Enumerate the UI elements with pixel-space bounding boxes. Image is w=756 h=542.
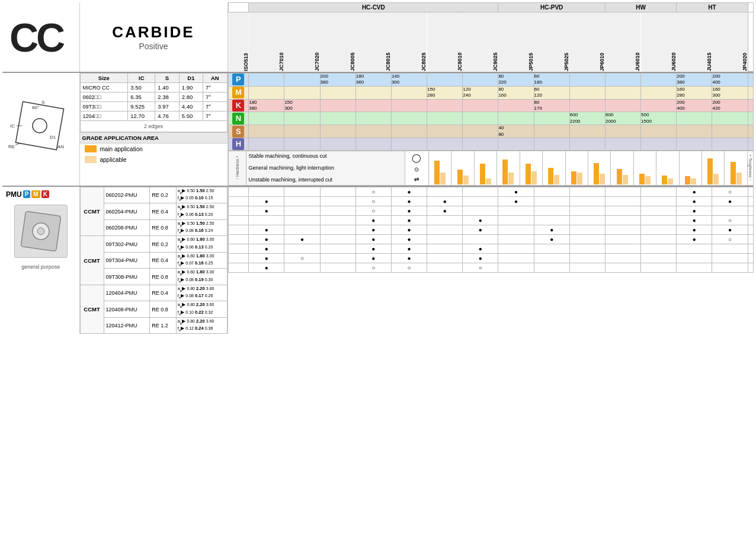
item-060202-re: RE 0.2 (150, 187, 176, 203)
item-060202-name: 060202-PMU (104, 187, 150, 203)
insert-photo (14, 205, 68, 258)
chart-jc9025 (565, 151, 588, 185)
svg-text:D1: D1 (50, 135, 56, 140)
chart-col-iso: ◯ ⊙ ⇄ (405, 151, 428, 185)
pmu-p-badge: P (23, 190, 31, 198)
chart-ju4015 (702, 151, 725, 185)
mat-row-S: S 4080 (228, 125, 754, 138)
chart-jc9010 (543, 151, 565, 185)
legend-main-text: main application (100, 146, 143, 152)
jc7020-col-header: JC7020 (284, 12, 320, 72)
mat-badge-P: P (228, 74, 249, 87)
p-jc7010 (249, 74, 284, 87)
jp6010-col-header: JP6010 (569, 12, 605, 72)
chart-jp4020 (725, 151, 748, 185)
p-jc8025: 140300 (391, 74, 427, 87)
col-an: AN (203, 74, 227, 83)
p-jp6010 (569, 74, 605, 87)
chart-jc7010 (428, 151, 451, 185)
p-ju6010 (605, 74, 640, 87)
jc9025-col-header: JC9025 (463, 12, 498, 72)
hw-group-label: HW (605, 3, 676, 12)
jc8025-col-header: JC8025 (391, 12, 427, 72)
mat-badge-M: M (228, 86, 249, 99)
cc-logo-cell: CC (2, 2, 79, 72)
legend-light-icon (85, 156, 97, 163)
general-purpose-label: general purpose (6, 264, 76, 270)
hccvd-group-label: HC-CVD (249, 3, 498, 12)
size-table-cell: Size IC S D1 AN MICRO CC 3.50 1.40 1.90 … (79, 73, 228, 186)
grade-headers-cell: HC-CVD HC-PVD HW HT ISO513 JC7010 JC7020… (228, 2, 754, 72)
hcpvd-group-label: HC-PVD (498, 3, 606, 12)
jp4020-col-header: JP4020 (712, 12, 748, 72)
ccmt-label-cell: CCMT 060202-PMU RE 0.2 ap▶ 0.50 1.50 2.5… (79, 186, 228, 334)
mat-row-P: P 200380 180360 140300 80220 60180 (228, 74, 754, 87)
jc8015-col-header: JC8015 (355, 12, 391, 72)
ht-group-label: HT (677, 3, 748, 12)
jc9010-col-header: JC9010 (427, 12, 463, 72)
positive-subtitle: Positive (86, 42, 222, 51)
chart-jp5015 (588, 151, 610, 185)
mat-badge-S: S (228, 125, 249, 138)
p-ju6020 (641, 74, 677, 87)
pmu-header: PMU P M K (6, 190, 76, 199)
cc-title: CC (9, 15, 63, 60)
size-row-microcc: MICRO CC 3.50 1.40 1.90 7° (80, 83, 227, 93)
col-size: Size (80, 74, 128, 83)
svg-text:RE: RE (8, 144, 15, 149)
legend-applicable: applicable (80, 154, 228, 165)
jp5025-col-header: JP5025 (534, 12, 569, 72)
jc7010-col-header: JC7010 (249, 12, 284, 72)
chart-ju6020 (679, 151, 701, 185)
chart-jc8015 (497, 151, 520, 185)
ju6010-col-header: JU6010 (605, 12, 640, 72)
edges-label: 2 edges (80, 121, 227, 132)
ju4015-col-header: JU4015 (677, 12, 712, 72)
chart-ju6010 (656, 151, 679, 185)
p-jc8015: 180360 (355, 74, 391, 87)
grade-matrix-cell: P 200380 180360 140300 80220 60180 (228, 73, 754, 186)
carbide-header-cell: CARBIDE Positive (79, 2, 228, 72)
dot-row-120408: ● ○ ● ● ● (228, 253, 754, 263)
page-wrapper: CC CARBIDE Positive HC-CVD HC-PVD HW HT (0, 0, 756, 336)
iso513-col-header: ISO513 (228, 12, 249, 72)
insert-diagram: IC S D1 AN RE 80° (7, 96, 72, 161)
grade-app-label: GRADE APPLICATION AREA (80, 132, 228, 144)
app-desc-row: + Hardness − Stable machining, continuou… (228, 151, 754, 185)
ccmt-1204-label: CCMT 120404-PMU RE 0.4 ap▶ 0.80 2.20 3.6… (80, 285, 227, 301)
carbide-title: CARBIDE (86, 23, 222, 42)
dot-row-09t302: ● ● ● ● ○ (228, 215, 754, 225)
mat-row-N: N 6002200 6002000 5001500 (228, 112, 754, 125)
size-row-1204: 1204□□ 12.70 4.76 5.50 7° (80, 111, 227, 121)
p-jp5025: 60180 (534, 74, 569, 87)
dot-row-060204: ● ○ ● ● ● ● ● (228, 196, 754, 206)
legend-main: main application (80, 144, 228, 154)
dot-matrix-cell: ○ ● ● ● ○ (228, 186, 754, 334)
jp5015-col-header: JP5015 (498, 12, 534, 72)
col-d1: D1 (179, 74, 203, 83)
p-jc9025 (463, 74, 498, 87)
svg-point-12 (37, 228, 44, 235)
p-jp4020: 200400 (712, 74, 748, 87)
mat-badge-N: N (228, 112, 249, 125)
svg-text:IC: IC (10, 123, 15, 129)
legend-applicable-text: applicable (100, 157, 127, 163)
svg-rect-0 (15, 101, 63, 149)
pmu-m-badge: M (31, 190, 40, 198)
legend-orange-icon (85, 145, 97, 152)
svg-text:80°: 80° (32, 105, 39, 110)
mat-row-K: K 180380 150300 80170 (228, 99, 754, 112)
svg-point-1 (33, 119, 47, 133)
dot-row-09t308: ● ● ● ● ● ● ○ (228, 234, 754, 244)
p-ju4015: 200380 (677, 74, 712, 87)
pmu-k-badge: K (41, 190, 49, 198)
size-row-09t3: 09T3□□ 9.525 3.97 4.40 7° (80, 102, 227, 111)
ccmt-0602-label: CCMT 060202-PMU RE 0.2 ap▶ 0.50 1.50 2.5… (80, 187, 227, 203)
svg-text:S: S (41, 100, 44, 105)
dot-row-120412: ● ○ ○ ○ (228, 263, 754, 272)
chart-jp5025 (611, 151, 633, 185)
pmu-label: PMU (6, 190, 22, 199)
dot-row-09t304: ● ● ● ● ● ● ● (228, 225, 754, 234)
jc8005-col-header: JC8005 (320, 12, 355, 72)
p-jc9010 (427, 74, 463, 87)
